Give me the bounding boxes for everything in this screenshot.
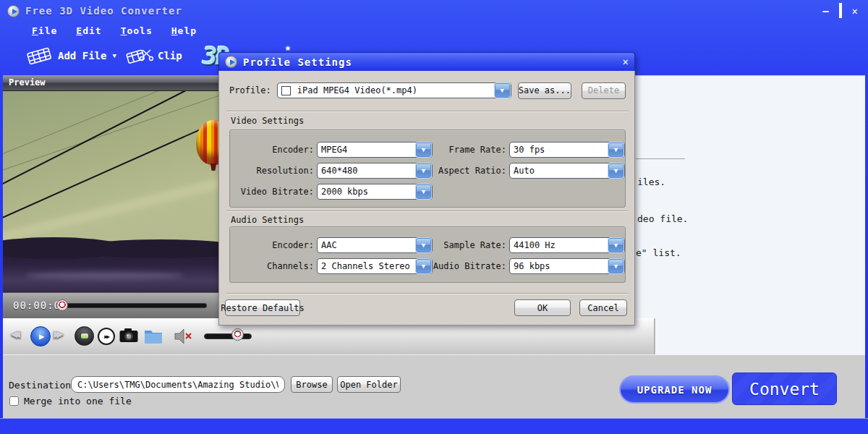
video-bitrate-combobox[interactable]: 2000 kbps ▼ — [317, 184, 433, 200]
upgrade-now-button[interactable]: UPGRADE NOW — [619, 375, 730, 404]
stop-button[interactable] — [75, 326, 94, 346]
chevron-down-icon[interactable]: ▼ — [416, 184, 431, 199]
fast-forward-button[interactable]: ▶▶ — [54, 326, 59, 341]
menu-tools[interactable]: Tools — [121, 25, 153, 36]
film-reel-icon — [25, 44, 54, 67]
camera-icon — [119, 327, 139, 344]
chevron-down-icon[interactable]: ▼ — [608, 259, 624, 273]
video-bitrate-value: 2000 kbps — [318, 187, 416, 197]
file-list-panel-lower — [655, 318, 865, 354]
video-encoder-label: Encoder: — [233, 145, 314, 155]
folder-icon — [143, 328, 163, 344]
play-button[interactable]: ▶ — [30, 326, 51, 346]
mute-button[interactable] — [174, 328, 194, 345]
window-titlebar: Free 3D Video Converter — ✕ — [0, 0, 868, 22]
seek-track[interactable] — [64, 303, 207, 308]
power-line — [3, 102, 218, 221]
chevron-down-icon[interactable]: ▼ — [416, 163, 431, 178]
chevron-down-icon[interactable]: ▼ — [608, 238, 624, 252]
save-as-button[interactable]: Save as... — [518, 82, 571, 99]
app-window: Free 3D Video Converter — ✕ File Edit To… — [0, 0, 868, 434]
aspect-ratio-label: Aspect Ratio: — [433, 166, 506, 176]
channels-label: Channels: — [233, 261, 314, 271]
window-bottom-border — [0, 418, 868, 434]
audio-encoder-combobox[interactable]: AAC ▼ — [317, 237, 433, 253]
dialog-close-button[interactable]: ✕ — [623, 56, 629, 67]
menu-file[interactable]: File — [32, 25, 57, 36]
video-bitrate-label: Video Bitrate: — [233, 187, 314, 197]
destination-input[interactable] — [71, 376, 285, 393]
frame-rate-combobox[interactable]: 30 fps ▼ — [509, 142, 625, 158]
chevron-down-icon[interactable]: ▼ — [416, 259, 431, 273]
profile-combobox[interactable]: iPad MPEG4 Video(*.mp4) ▼ — [277, 82, 511, 98]
bottom-panel: Destination: Browse Open Folder Merge in… — [3, 354, 865, 418]
seek-bar-row: 00:00:00 — [3, 292, 218, 318]
audio-bitrate-label: Audio Bitrate: — [433, 261, 506, 271]
chevron-down-icon[interactable]: ▼ — [416, 238, 431, 252]
preview-video-frame — [3, 91, 218, 292]
sample-rate-value: 44100 Hz — [510, 240, 608, 250]
aspect-ratio-combobox[interactable]: Auto ▼ — [509, 163, 625, 179]
audio-settings-title: Audio Settings — [231, 215, 304, 225]
aspect-ratio-value: Auto — [510, 166, 608, 176]
video-settings-group: Encoder: MPEG4 ▼ Frame Rate: 30 fps ▼ Re… — [229, 129, 626, 208]
dialog-title: Profile Settings — [243, 56, 352, 68]
snapshot-button[interactable] — [119, 327, 139, 344]
add-file-button[interactable]: Add File ▼ — [25, 44, 116, 67]
step-forward-button[interactable]: ▶▶ — [98, 328, 115, 345]
video-encoder-combobox[interactable]: MPEG4 ▼ — [317, 142, 433, 158]
window-title: Free 3D Video Converter — [25, 5, 182, 17]
preview-panel: Preview 00:00:00 — [3, 75, 218, 318]
frame-rate-label: Frame Rate: — [433, 145, 506, 155]
power-line — [3, 91, 218, 173]
open-folder-button[interactable] — [143, 328, 163, 344]
maximize-button[interactable] — [839, 5, 842, 17]
channels-value: 2 Channels Stereo — [318, 261, 416, 271]
audio-settings-group: Encoder: AAC ▼ Sample Rate: 44100 Hz ▼ C… — [229, 226, 626, 283]
channels-combobox[interactable]: 2 Channels Stereo ▼ — [317, 258, 433, 274]
menu-edit[interactable]: Edit — [76, 25, 101, 36]
valley-haze — [25, 272, 184, 279]
clip-scissors-icon — [124, 44, 153, 67]
open-folder-button-bottom[interactable]: Open Folder — [337, 376, 401, 393]
speaker-muted-icon — [174, 328, 194, 345]
chevron-down-icon[interactable]: ▼ — [608, 163, 624, 178]
ok-button[interactable]: OK — [514, 299, 571, 316]
delete-button[interactable]: Delete — [582, 82, 626, 99]
clip-button[interactable]: Clip — [124, 44, 182, 67]
chevron-down-icon[interactable]: ▼ — [495, 83, 510, 98]
profile-label: Profile: — [229, 85, 271, 95]
dialog-titlebar[interactable]: Profile Settings ✕ — [218, 52, 635, 71]
app-icon — [7, 5, 20, 17]
video-settings-title: Video Settings — [231, 116, 304, 126]
resolution-combobox[interactable]: 640*480 ▼ — [317, 163, 433, 179]
profile-checkbox-icon[interactable] — [281, 86, 291, 95]
resolution-label: Resolution: — [233, 166, 314, 176]
instruction-underline — [636, 158, 685, 159]
separator — [226, 210, 629, 212]
cancel-button[interactable]: Cancel — [579, 299, 627, 316]
merge-checkbox[interactable] — [9, 396, 19, 406]
chevron-down-icon[interactable]: ▼ — [608, 142, 624, 157]
menu-help[interactable]: Help — [171, 25, 197, 36]
volume-track[interactable] — [204, 333, 252, 339]
restore-defaults-button[interactable]: Restore Defaults — [225, 299, 300, 316]
close-button[interactable]: ✕ — [852, 5, 858, 17]
maximize-icon — [839, 3, 842, 18]
frame-rate-value: 30 fps — [510, 145, 608, 155]
separator — [226, 111, 629, 112]
audio-bitrate-combobox[interactable]: 96 kbps ▼ — [509, 258, 625, 274]
seek-handle[interactable] — [56, 299, 68, 311]
dialog-body: Profile: iPad MPEG4 Video(*.mp4) ▼ Save … — [218, 71, 635, 326]
chevron-down-icon[interactable]: ▼ — [416, 142, 431, 157]
browse-button[interactable]: Browse — [291, 376, 333, 393]
minimize-button[interactable]: — — [822, 5, 828, 17]
rewind-button[interactable]: ◀◀ — [10, 326, 16, 341]
volume-handle[interactable] — [231, 328, 244, 341]
convert-button[interactable]: Convert — [732, 373, 837, 405]
preview-header: Preview — [3, 75, 218, 91]
clip-label: Clip — [158, 50, 182, 61]
add-file-label: Add File — [58, 50, 106, 61]
audio-encoder-label: Encoder: — [233, 240, 314, 250]
sample-rate-combobox[interactable]: 44100 Hz ▼ — [509, 237, 625, 253]
